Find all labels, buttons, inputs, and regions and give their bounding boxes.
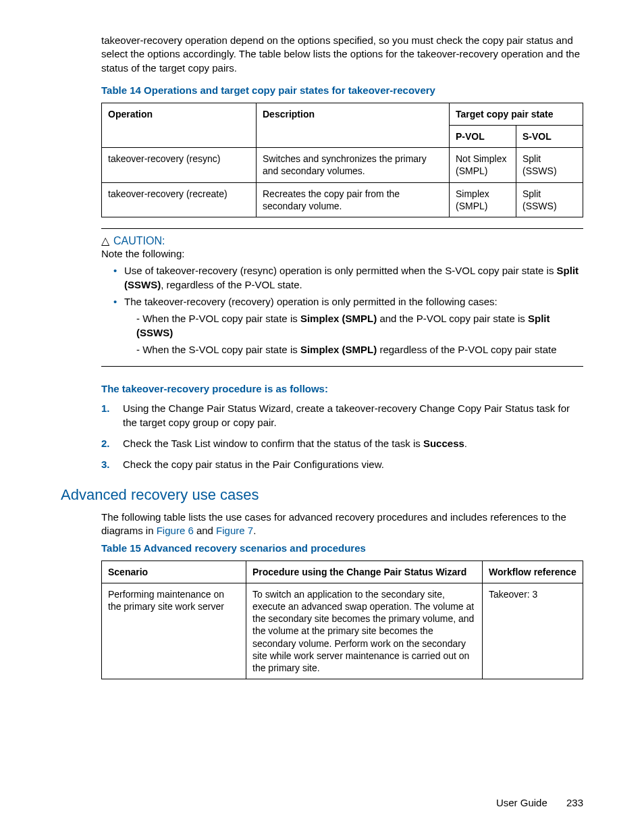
th-procedure: Procedure using the Change Pair Status W… — [246, 561, 483, 583]
cell-desc: Switches and synchronizes the primary an… — [257, 148, 450, 182]
cell-pvol: Not Simplex (SMPL) — [450, 148, 516, 182]
step: Using the Change Pair Status Wizard, cre… — [101, 401, 583, 429]
cell-svol: Split (SSWS) — [516, 148, 583, 182]
th-svol: S-VOL — [516, 125, 583, 147]
th-description: Description — [257, 103, 450, 147]
cell-procedure: To switch an application to the secondar… — [246, 583, 483, 679]
cell-desc: Recreates the copy pair from the seconda… — [257, 182, 450, 217]
cell-op: takeover-recovery (recreate) — [102, 182, 257, 217]
footer-label: User Guide — [496, 797, 547, 808]
intro-paragraph: takeover-recovery operation depend on th… — [101, 34, 583, 75]
procedure-steps: Using the Change Pair Status Wizard, cre… — [101, 401, 583, 471]
section-heading-advanced: Advanced recovery use cases — [61, 486, 583, 504]
cell-svol: Split (SSWS) — [516, 182, 583, 217]
link-figure7[interactable]: Figure 7 — [216, 525, 253, 536]
list-item: The takeover-recovery (recovery) operati… — [113, 294, 583, 357]
caution-icon: △ — [101, 234, 109, 247]
list-item: Use of takeover-recovery (resync) operat… — [113, 263, 583, 292]
caution-note: Note the following: — [101, 247, 583, 261]
caution-label: CAUTION: — [113, 235, 165, 246]
step: Check the Task List window to confirm th… — [101, 436, 583, 450]
table14: Operation Description Target copy pair s… — [101, 103, 583, 217]
table15: Scenario Procedure using the Change Pair… — [101, 561, 583, 680]
page-number: 233 — [566, 797, 583, 808]
th-pvol: P-VOL — [450, 125, 516, 147]
table-row: takeover-recovery (recreate) Recreates t… — [102, 182, 583, 217]
procedure-title: The takeover-recovery procedure is as fo… — [101, 383, 583, 394]
cell-scenario: Performing maintenance on the primary si… — [102, 583, 246, 679]
th-operation: Operation — [102, 103, 257, 147]
step: Check the copy pair status in the Pair C… — [101, 457, 583, 471]
section-intro: The following table lists the use cases … — [101, 511, 583, 538]
table-row: Performing maintenance on the primary si… — [102, 583, 583, 679]
th-scenario: Scenario — [102, 561, 246, 583]
caution-header: △CAUTION: — [101, 234, 583, 247]
subline: - When the S-VOL copy pair state is Simp… — [136, 342, 583, 357]
cell-op: takeover-recovery (resync) — [102, 148, 257, 182]
cell-workflow: Takeover: 3 — [483, 583, 583, 679]
th-workflow: Workflow reference — [483, 561, 583, 583]
cell-pvol: Simplex (SMPL) — [450, 182, 516, 217]
table-row: takeover-recovery (resync) Switches and … — [102, 148, 583, 182]
caution-list: Use of takeover-recovery (resync) operat… — [101, 263, 583, 357]
subline: - When the P-VOL copy pair state is Simp… — [136, 311, 583, 340]
table15-title: Table 15 Advanced recovery scenarios and… — [101, 542, 583, 554]
table14-title: Table 14 Operations and target copy pair… — [101, 84, 583, 96]
link-figure6[interactable]: Figure 6 — [157, 525, 194, 536]
th-target: Target copy pair state — [450, 103, 583, 125]
page-footer: User Guide 233 — [496, 797, 583, 808]
